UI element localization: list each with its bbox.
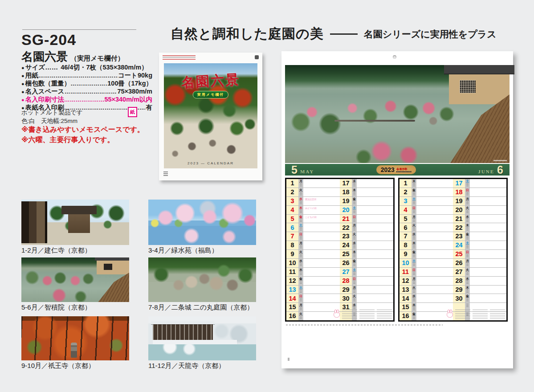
dot-leader [70, 80, 107, 87]
calendar-day-cell: 28日 [340, 277, 393, 285]
weekday-stripe: 水 [412, 232, 416, 241]
day-number: 25 [340, 250, 352, 258]
weekday-label: 金 [299, 215, 302, 218]
cover-sheet: 名園六景 実用メモ欄付 2023 ― CALENDAR [159, 53, 262, 180]
dot-leader [38, 72, 118, 79]
weekday-stripe: 木 [412, 241, 416, 249]
cover-memo-badge: 実用メモ欄付 [193, 91, 228, 98]
calendar-day-cell: 19月 [453, 197, 506, 205]
thumbnail-photo-art [21, 200, 129, 245]
thumbnail-photo-art [21, 257, 129, 302]
spec-value: 46/4切・7枚（535×380m/m） [61, 63, 147, 72]
weekday-label: 土 [412, 197, 416, 200]
weekday-label: 土 [353, 206, 356, 209]
thumbnail-caption: 9-10月／祇王寺（京都） [21, 362, 129, 370]
calendar-day-cell: 8月 [286, 241, 340, 249]
weekday-stripe: 日 [298, 232, 303, 241]
day-number: 18 [340, 188, 352, 196]
product-name-note: （実用メモ欄付） [70, 54, 124, 63]
era-block: 令和5年 [396, 167, 412, 172]
calendar-row: 3土19月 [399, 196, 506, 205]
weekday-label: 火 [353, 294, 356, 298]
cover-fineprint [163, 55, 196, 60]
day-number: 3 [399, 197, 412, 205]
spec-label: 名入印刷寸法 [25, 95, 64, 104]
calendar-day-cell: 30火 [340, 294, 393, 302]
calendar-row: 9金25日 [399, 249, 506, 258]
weekday-stripe: 日 [298, 294, 303, 302]
weekday-label: 金 [412, 250, 416, 253]
weekday-label: 木 [412, 180, 416, 183]
thumbnail-photo-art [21, 316, 129, 360]
headline-main: 自然と調和した庭園の美 [171, 25, 324, 43]
weekday-label: 日 [353, 215, 356, 218]
note-line: ホットメルト製品です [21, 108, 83, 117]
calendar-row: 13火29木 [399, 285, 506, 294]
calendar-row: 4木みどりの日20土 [286, 205, 393, 214]
day-number: 24 [453, 241, 465, 249]
zodiac-rabbit-icon [447, 311, 453, 318]
day-number: 26 [453, 259, 465, 267]
spec-value: コート90kg [118, 71, 152, 80]
weekday-label: 木 [353, 250, 356, 253]
month-header-bar: 5 MAY 2023 令和5年 JUNE 6 [285, 164, 510, 176]
weekday-stripe: 土 [298, 223, 303, 232]
calendar-day-cell: 25木 [340, 250, 393, 258]
day-number: 8 [399, 241, 412, 249]
calendar-row: 6火22木 [399, 223, 506, 232]
product-name: 名園六景 （実用メモ欄付） [21, 49, 124, 65]
day-number: 27 [453, 268, 465, 276]
weekday-label: 木 [353, 188, 356, 192]
day-number: 13 [286, 286, 298, 294]
weekday-stripe: 水 [352, 179, 357, 188]
calendar-day-cell: 15月 [286, 303, 340, 311]
calendar-day-cell: 17水 [340, 179, 393, 188]
note-line: 色:白 天地幅:25mm [21, 117, 83, 125]
hanger-hole [393, 55, 396, 59]
day-number: 20 [340, 206, 352, 214]
weekday-stripe: 金 [465, 294, 470, 302]
weekday-stripe: 月 [298, 241, 303, 249]
weekday-stripe: 木 [412, 303, 416, 311]
day-number: 16 [399, 312, 412, 320]
wooden-deck-shape [442, 94, 510, 163]
calendar-day-cell: 3土 [399, 197, 453, 205]
weekday-stripe: 日 [465, 188, 470, 196]
weekday-stripe: 木 [465, 286, 470, 294]
day-number: 1 [399, 179, 412, 188]
legend-fineprint [473, 310, 488, 319]
weekday-label: 火 [299, 188, 302, 192]
day-number: 4 [399, 206, 412, 214]
weekday-label: 火 [412, 224, 416, 227]
day-number: 9 [286, 250, 298, 258]
weekday-label: 月 [412, 277, 416, 280]
day-number: 22 [453, 223, 465, 232]
weekday-label: 金 [412, 188, 416, 192]
calendar-day-cell: 17土 [453, 179, 506, 188]
day-number: 12 [286, 277, 298, 285]
day-number: 14 [399, 294, 412, 302]
weekday-label: 木 [299, 206, 302, 209]
spec-row-packing: ● 梱包数（重量） 100冊（17kg） [21, 79, 152, 87]
calendar-row: 12月28水 [399, 276, 506, 285]
calendar-row: 8月24水 [286, 241, 393, 249]
day-number: 28 [340, 277, 352, 285]
headline: 自然と調和した庭園の美 名園シリーズに実用性をプラス [171, 25, 497, 43]
day-number: 6 [399, 223, 412, 232]
thumbnail-photo-art [148, 316, 256, 360]
weekday-label: 水 [466, 215, 469, 218]
weekday-label: 木 [299, 268, 302, 271]
weekday-label: 日 [299, 294, 302, 298]
calendar-row: 5月21水 [399, 214, 506, 223]
day-number: 28 [453, 277, 465, 285]
legend-fineprint [490, 310, 505, 319]
cover-footer-text: 2023 ― CALENDAR [159, 161, 262, 165]
calendar-day-cell: 1月 [286, 179, 340, 188]
era-text: 令和5年 [396, 167, 408, 171]
weekday-label: 月 [353, 224, 356, 227]
calendar-row: 13土29月 [286, 285, 393, 294]
calendar-day-cell: 2火 [286, 188, 340, 196]
day-number: 26 [340, 259, 352, 267]
calendar-day-cell: 11日 [399, 268, 453, 276]
day-number: 10 [286, 259, 298, 267]
